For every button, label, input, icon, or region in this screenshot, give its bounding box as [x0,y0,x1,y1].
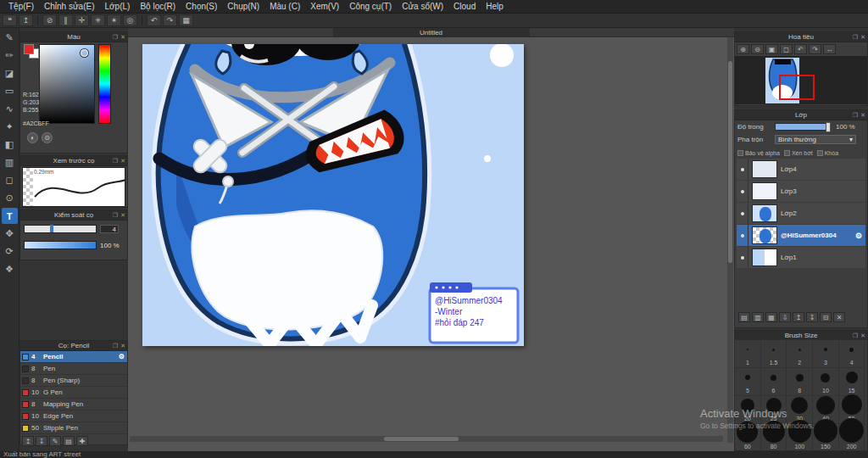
brush-item-edge-pen[interactable]: 10 Edge Pen [20,411,127,422]
delete-layer-button[interactable]: ✕ [833,312,845,322]
close-icon[interactable]: ✕ [860,34,865,41]
layer-item-3[interactable]: Lớp3 [737,181,865,202]
snap-vanishing-button[interactable]: ✳ [91,14,105,26]
zoom-fit-button[interactable]: ◻ [780,44,793,54]
blend-mode-dropdown[interactable]: Bình thường ▾ [775,135,856,144]
navigator-view-rectangle[interactable] [779,75,815,100]
transparent-color-button[interactable]: ◐ [27,132,38,143]
hue-slider[interactable] [98,44,111,124]
brush-size-cell[interactable]: 2 [787,340,813,368]
menu-edit[interactable]: Chỉnh sửa(E) [39,2,100,11]
gear-icon[interactable]: ⚙ [119,353,125,360]
magic-wand-tool[interactable]: ✦ [2,119,18,135]
rotate-left-button[interactable]: ↶ [794,44,807,54]
menu-layer[interactable]: Lớp(L) [100,2,136,11]
zoom-reset-button[interactable]: ▣ [765,44,778,54]
snap-parallel-button[interactable]: ∥ [58,14,73,26]
alpha-protect-checkbox[interactable] [737,150,743,156]
snap-radial-button[interactable]: ✶ [107,14,121,26]
visibility-toggle[interactable] [737,247,748,268]
brush-edit-button[interactable]: ✎ [49,436,61,446]
close-icon[interactable]: ✕ [860,332,865,339]
visibility-toggle[interactable] [737,225,748,246]
zoom-out-button[interactable]: ⊖ [751,44,764,54]
shape-tool[interactable]: ◻ [2,172,18,188]
brush-size-cell[interactable]: 5 [735,368,761,396]
brush-item-g-pen[interactable]: 10 G Pen [20,387,127,399]
document-tab[interactable]: Untitled [333,28,530,36]
foreground-color-swatch[interactable] [24,44,34,54]
close-icon[interactable]: ✕ [120,212,125,219]
alpha-protect-option[interactable]: Bảo vệ alpha [737,150,780,156]
undock-icon[interactable]: ❐ [113,212,118,219]
lock-checkbox[interactable] [817,150,823,156]
visibility-toggle[interactable] [737,181,748,202]
visibility-toggle[interactable] [737,159,748,180]
menu-cloud[interactable]: Cloud [448,2,481,11]
layer-item-hisummer[interactable]: @HiSummer0304 ⚙ [737,225,865,246]
snap-cross-button[interactable]: ✛ [75,14,89,26]
brush-move-down-button[interactable]: ↧ [36,436,47,446]
menu-file[interactable]: Tệp(F) [3,2,39,11]
hand-tool[interactable]: ❖ [2,261,18,277]
bucket-tool[interactable]: ◧ [2,137,18,153]
merge-down-button[interactable]: ⇩ [779,312,791,322]
layer-item-2[interactable]: Lớp2 [737,203,865,224]
snap-off-button[interactable]: ⊘ [42,14,57,26]
brush-size-cell[interactable]: 150 [813,424,839,450]
brush-size-cell[interactable]: 6 [761,368,787,396]
layer-item-4[interactable]: Lớp4 [737,159,865,180]
menu-select[interactable]: Chọn(S) [181,2,222,11]
new-folder-button[interactable]: ▦ [765,312,777,322]
brush-size-cell[interactable]: 10 [813,368,839,396]
menu-view[interactable]: Xem(V) [305,2,344,11]
material-button[interactable]: ▦ [179,14,193,26]
brush-item-pen[interactable]: 8 Pen [20,363,127,375]
brush-size-cell[interactable]: 100 [787,424,813,450]
select-rect-tool[interactable]: ▭ [2,83,18,99]
publish-button[interactable]: ↥ [19,14,33,26]
gradient-tool[interactable]: ▥ [2,154,18,170]
brush-size-cell[interactable]: 15 [839,368,865,396]
snap-circle-button[interactable]: ◎ [123,14,137,26]
move-tool[interactable]: ✥ [2,226,18,242]
close-icon[interactable]: ✕ [120,343,125,349]
visibility-toggle[interactable] [737,203,748,224]
drawing-canvas[interactable]: @HiSummer0304 -Winter #hỏi đáp 247 [142,44,524,346]
text-tool[interactable]: T [2,208,18,224]
lock-option[interactable]: Khóa [817,150,838,156]
brush-size-cell[interactable]: 1 [735,340,761,368]
eyedropper-tool[interactable]: ⊙ [2,190,18,206]
gear-icon[interactable]: ⚙ [855,232,862,240]
slider-thumb[interactable] [50,225,53,232]
opacity-slider[interactable] [775,123,831,131]
brush-size-cell[interactable]: 80 [761,424,787,450]
brush-size-cell[interactable]: 20 [735,396,761,424]
menu-capture[interactable]: Chụp(N) [222,2,264,11]
menu-color[interactable]: Màu (C) [264,2,305,11]
rotate-tool[interactable]: ⟳ [2,243,18,260]
undock-icon[interactable]: ❐ [113,343,118,349]
pencil-tool[interactable]: ✏ [2,47,18,64]
close-icon[interactable]: ✕ [120,158,125,165]
clipping-checkbox[interactable] [784,150,790,156]
duplicate-layer-button[interactable]: ▥ [752,312,764,322]
vertical-scrollbar[interactable] [727,37,733,443]
brush-item-pencil[interactable]: 4 Pencil ⚙ [20,351,127,363]
layer-item-1[interactable]: Lớp1 [737,247,865,268]
saturation-value-picker[interactable] [39,44,95,124]
pick-color-button[interactable]: ⊙ [42,132,53,143]
brush-size-cell[interactable]: 1.5 [761,340,787,368]
menu-tools[interactable]: Công cụ(T) [344,2,397,11]
brush-folder-button[interactable]: ▤ [63,436,75,446]
brush-size-slider[interactable] [24,225,97,233]
new-layer-button[interactable]: ▤ [738,312,750,322]
undock-icon[interactable]: ❐ [853,112,858,119]
menu-window[interactable]: Cửa sổ(W) [397,2,448,11]
clear-layer-button[interactable]: ⊟ [820,312,832,322]
undo-button[interactable]: ↶ [147,14,161,26]
brush-size-cell[interactable]: 4 [839,340,865,368]
brush-tool[interactable]: ✎ [2,30,18,46]
brush-size-cell[interactable]: 3 [813,340,839,368]
menu-filter[interactable]: Bộ lọc(R) [135,2,181,11]
